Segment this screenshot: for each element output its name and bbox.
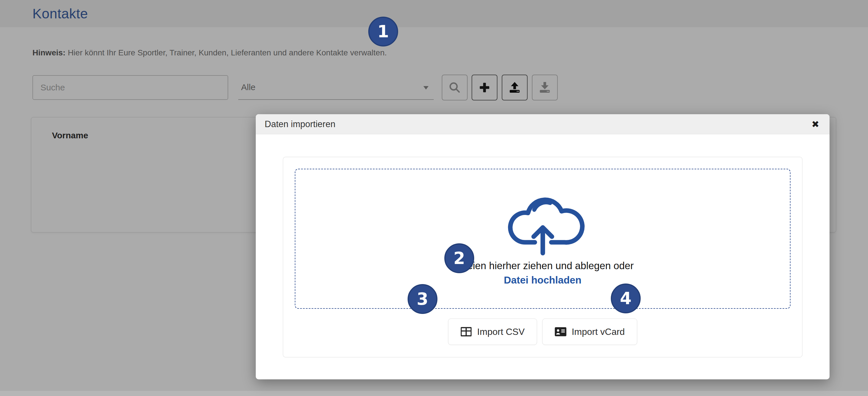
import-card: Dateien hierher ziehen und ablegen oder … bbox=[283, 157, 803, 358]
close-icon[interactable]: ✖ bbox=[811, 114, 819, 134]
address-card-icon bbox=[555, 327, 567, 337]
cloud-upload-icon bbox=[500, 182, 586, 256]
annotation-badge-4: 4 bbox=[611, 284, 641, 314]
table-icon bbox=[460, 327, 472, 337]
annotation-badge-2: 2 bbox=[444, 243, 474, 273]
file-dropzone[interactable]: Dateien hierher ziehen und ablegen oder … bbox=[295, 169, 790, 309]
annotation-badge-3: 3 bbox=[408, 284, 437, 314]
annotation-badge-1: 1 bbox=[368, 16, 398, 46]
footer-strip bbox=[0, 391, 868, 396]
modal-title: Daten importieren bbox=[265, 119, 335, 129]
import-vcard-button[interactable]: Import vCard bbox=[542, 319, 637, 345]
modal-header: Daten importieren ✖ bbox=[256, 114, 830, 134]
import-vcard-label: Import vCard bbox=[572, 327, 625, 337]
import-modal: Daten importieren ✖ Dateien hierher zieh… bbox=[256, 114, 830, 380]
upload-file-link[interactable]: Datei hochladen bbox=[504, 274, 581, 286]
modal-body: Dateien hierher ziehen und ablegen oder … bbox=[256, 134, 830, 358]
import-button-row: Import CSV Import vCard bbox=[295, 319, 790, 345]
import-csv-label: Import CSV bbox=[477, 327, 524, 337]
import-csv-button[interactable]: Import CSV bbox=[448, 319, 537, 345]
dropzone-text: Dateien hierher ziehen und ablegen oder bbox=[452, 260, 633, 271]
